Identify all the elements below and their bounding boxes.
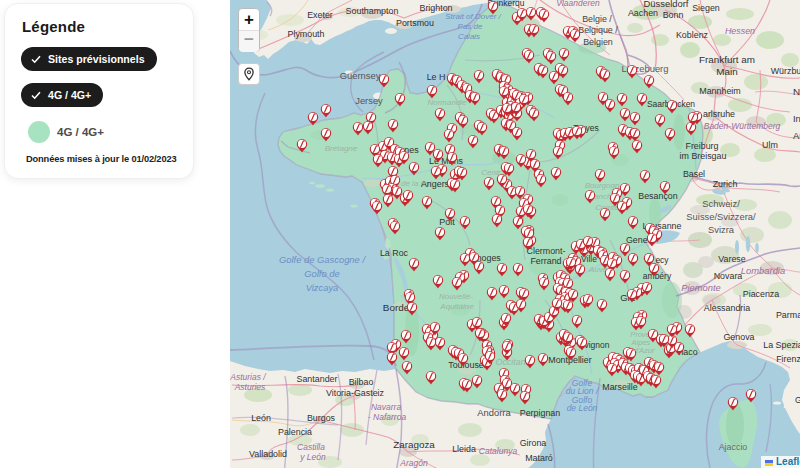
svg-text:d'Azur: d'Azur	[633, 346, 655, 355]
svg-text:Pas de: Pas de	[458, 22, 483, 31]
svg-text:Santander: Santander	[297, 374, 338, 384]
svg-text:y León: y León	[299, 452, 326, 462]
svg-text:Perpignan: Perpignan	[520, 408, 561, 418]
svg-text:Piacenza: Piacenza	[743, 289, 780, 299]
svg-text:Catalunya: Catalunya	[479, 446, 518, 456]
svg-text:Freiburg: Freiburg	[685, 141, 718, 151]
svg-text:Andorra: Andorra	[477, 407, 511, 418]
svg-text:Nür: Nür	[793, 86, 800, 97]
svg-text:Basel: Basel	[683, 169, 705, 179]
svg-text:Vizcaya: Vizcaya	[306, 282, 339, 293]
svg-text:Belgien: Belgien	[583, 37, 613, 47]
svg-text:Genova: Genova	[723, 332, 754, 342]
svg-text:Lleida: Lleida	[452, 444, 476, 454]
svg-text:Belgique /: Belgique /	[578, 25, 618, 35]
svg-text:Suisse/Svizzera/: Suisse/Svizzera/	[686, 211, 756, 222]
svg-text:León: León	[251, 413, 271, 423]
svg-text:Lombardia: Lombardia	[741, 265, 785, 276]
svg-text:de León: de León	[567, 403, 598, 413]
svg-text:Palencia: Palencia	[278, 427, 312, 437]
svg-text:Mannheim: Mannheim	[699, 86, 740, 96]
svg-text:Vitoria-Gasteiz: Vitoria-Gasteiz	[326, 388, 384, 398]
svg-text:Burgos: Burgos	[307, 413, 336, 423]
svg-text:Firenze: Firenze	[776, 354, 800, 364]
svg-text:Calais: Calais	[458, 32, 480, 41]
svg-text:Golfe de Gascogne /: Golfe de Gascogne /	[279, 254, 366, 265]
svg-text:Main: Main	[716, 66, 737, 77]
svg-text:Borde: Borde	[383, 302, 410, 313]
svg-text:Navarra: Navarra	[371, 402, 402, 412]
svg-text:Asturias /: Asturias /	[230, 372, 267, 382]
svg-text:Varese: Varese	[718, 254, 746, 264]
svg-text:Guernsey: Guernsey	[340, 70, 381, 81]
svg-text:Aragón: Aragón	[399, 458, 428, 468]
svg-text:Nouvelle-: Nouvelle-	[439, 292, 473, 301]
svg-text:Alessandria: Alessandria	[704, 303, 750, 313]
svg-text:Würzbu: Würzbu	[771, 66, 800, 76]
svg-text:Aachen: Aachen	[628, 8, 658, 18]
svg-text:Ferrand: Ferrand	[530, 256, 561, 266]
svg-text:Frankfurt am: Frankfurt am	[699, 54, 755, 65]
svg-text:Golfo de: Golfo de	[304, 268, 339, 279]
svg-text:Siegen: Siegen	[692, 3, 720, 13]
svg-text:Asturies: Asturies	[234, 382, 266, 392]
svg-text:Southampton: Southampton	[346, 6, 399, 16]
svg-text:Augs: Augs	[793, 130, 800, 141]
svg-text:La Roc: La Roc	[380, 248, 409, 258]
svg-text:Clermont-: Clermont-	[527, 246, 566, 256]
svg-text:Poit: Poit	[439, 217, 455, 227]
svg-text:Svizra: Svizra	[708, 224, 735, 235]
svg-text:- Nafarroa: - Nafarroa	[368, 412, 407, 422]
svg-text:Belgie /: Belgie /	[582, 14, 612, 24]
svg-text:Baden-Württemberg: Baden-Württemberg	[704, 121, 781, 131]
svg-text:Le H: Le H	[427, 72, 446, 82]
svg-text:Gr: Gr	[795, 395, 800, 405]
svg-text:Zurich: Zurich	[713, 179, 738, 189]
svg-text:La Spezia: La Spezia	[763, 340, 800, 350]
svg-text:arlsruhe: arlsruhe	[703, 109, 735, 119]
svg-text:Koblenz: Koblenz	[676, 30, 708, 40]
svg-text:Castilla: Castilla	[297, 442, 325, 452]
svg-text:Ajaccio: Ajaccio	[719, 442, 748, 452]
svg-text:Novara: Novara	[714, 271, 743, 281]
svg-text:Exeter: Exeter	[307, 10, 333, 20]
svg-text:Aquitaine: Aquitaine	[439, 302, 474, 311]
svg-text:Hessen: Hessen	[725, 26, 755, 36]
svg-text:vignon: vignon	[584, 340, 609, 350]
svg-text:Normandie: Normandie	[427, 98, 467, 107]
svg-text:Piemonte: Piemonte	[681, 282, 721, 293]
svg-text:Bilbao: Bilbao	[349, 377, 374, 387]
svg-text:Bonn: Bonn	[663, 10, 684, 20]
svg-text:Marseille: Marseille	[602, 382, 638, 392]
svg-text:Ingol: Ingol	[793, 113, 800, 124]
svg-text:Girona: Girona	[520, 438, 547, 448]
svg-text:Schweiz/: Schweiz/	[702, 198, 740, 209]
svg-text:Valladolid: Valladolid	[249, 449, 287, 459]
svg-text:Vlaanderen: Vlaanderen	[556, 0, 600, 8]
svg-text:Portsmou: Portsmou	[396, 18, 434, 28]
svg-text:Parma: Parma	[776, 310, 800, 320]
svg-text:Ulm: Ulm	[762, 140, 778, 150]
svg-text:Angers: Angers	[421, 179, 450, 189]
svg-text:ecy: ecy	[655, 255, 669, 265]
svg-text:Bretagne: Bretagne	[325, 144, 358, 153]
svg-text:Zaragoza: Zaragoza	[393, 439, 435, 450]
svg-text:Plymouth: Plymouth	[288, 29, 325, 39]
svg-text:im Breisgau: im Breisgau	[680, 151, 727, 161]
svg-text:Jersey: Jersey	[355, 95, 383, 106]
svg-text:Besançon: Besançon	[638, 191, 678, 201]
svg-text:Mataró: Mataró	[525, 453, 553, 463]
